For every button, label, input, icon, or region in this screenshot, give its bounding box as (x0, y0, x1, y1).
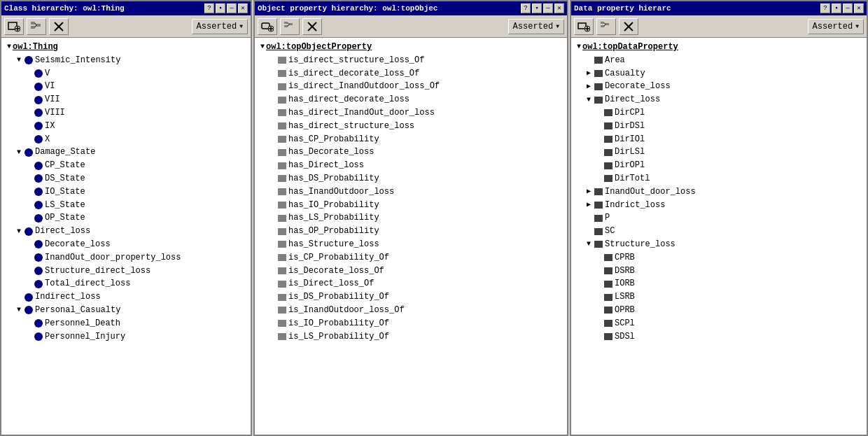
class-min-btn[interactable]: ▪ (216, 3, 225, 13)
tree-toggle[interactable]: ▼ (259, 42, 266, 52)
list-item[interactable]: is_direct_decorate_loss_Of (256, 67, 566, 80)
class-restore-btn[interactable]: — (227, 3, 237, 13)
list-item[interactable]: OPRB (573, 304, 865, 317)
class-asserted-dropdown[interactable]: Asserted ▼ (192, 19, 248, 34)
list-item[interactable]: ▼Damage_State (3, 146, 249, 159)
list-item[interactable]: has_direct_decorate_loss (256, 93, 566, 106)
list-item[interactable]: is_DS_Probability_Of (256, 290, 566, 304)
list-item[interactable]: DirIOl (573, 133, 865, 146)
list-item[interactable]: has_CP_Probability (256, 133, 566, 146)
list-item[interactable]: has_LS_Probability (256, 211, 566, 225)
data-prop-close-icon-btn[interactable] (619, 18, 638, 35)
class-hierarchy-btn[interactable] (27, 18, 46, 35)
list-item[interactable]: ▶InandOut_door_loss (573, 185, 865, 199)
list-item[interactable]: LS_State (3, 199, 249, 212)
list-item[interactable]: has_Structure_loss (256, 238, 566, 251)
class-close-btn[interactable]: ✕ (238, 3, 248, 13)
object-close-btn[interactable]: ✕ (554, 3, 564, 13)
object-restore-btn[interactable]: — (543, 3, 553, 13)
list-item[interactable]: Personnel_Death (3, 317, 249, 330)
data-prop-hierarchy-btn[interactable] (596, 18, 616, 35)
list-item[interactable]: ▼owl:topObjectProperty (256, 41, 566, 54)
list-item[interactable]: ▶Decorate_loss (573, 80, 865, 93)
object-tree-container[interactable]: ▼owl:topObjectPropertyis_direct_structur… (255, 38, 567, 435)
object-help-btn[interactable]: ? (521, 3, 531, 13)
list-item[interactable]: ▶Indrict_loss (573, 199, 865, 212)
list-item[interactable]: has_Decorate_loss (256, 146, 566, 159)
tree-toggle[interactable]: ▶ (585, 200, 592, 210)
object-prop-close-btn[interactable] (302, 18, 322, 35)
list-item[interactable]: Indirect_loss (3, 290, 249, 304)
list-item[interactable]: CPRB (573, 251, 865, 265)
tree-toggle[interactable]: ▼ (585, 95, 592, 105)
tree-toggle[interactable]: ▼ (15, 227, 22, 237)
add-class-btn[interactable] (4, 18, 24, 35)
object-asserted-dropdown[interactable]: Asserted ▼ (508, 19, 564, 34)
data-asserted-dropdown[interactable]: Asserted ▼ (808, 19, 864, 34)
list-item[interactable]: P (573, 211, 865, 225)
list-item[interactable]: has_InandOutdoor_loss (256, 185, 566, 199)
list-item[interactable]: IORB (573, 277, 865, 290)
tree-toggle[interactable]: ▶ (585, 82, 592, 92)
list-item[interactable]: Structure_direct_loss (3, 265, 249, 278)
list-item[interactable]: SCPl (573, 317, 865, 330)
list-item[interactable]: CP_State (3, 159, 249, 172)
list-item[interactable]: DSRB (573, 265, 865, 278)
list-item[interactable]: is_CP_Probability_Of (256, 251, 566, 265)
list-item[interactable]: LSRB (573, 290, 865, 304)
list-item[interactable]: has_IO_Probability (256, 199, 566, 212)
list-item[interactable]: is_Direct_loss_Of (256, 277, 566, 290)
tree-toggle[interactable]: ▼ (15, 305, 22, 315)
list-item[interactable]: VII (3, 93, 249, 106)
data-tree-container[interactable]: ▼owl:topDataPropertyArea▶Casualty▶Decora… (571, 38, 867, 435)
class-close-icon-btn[interactable] (49, 18, 69, 35)
list-item[interactable]: VI (3, 80, 249, 93)
list-item[interactable]: InandOut_door_property_loss (3, 251, 249, 265)
tree-toggle[interactable]: ▶ (585, 187, 592, 197)
list-item[interactable]: VIII (3, 106, 249, 120)
list-item[interactable]: DirCPl (573, 106, 865, 120)
list-item[interactable]: Area (573, 54, 865, 67)
list-item[interactable]: SDSl (573, 330, 865, 344)
list-item[interactable]: DirTotl (573, 172, 865, 185)
list-item[interactable]: IX (3, 120, 249, 133)
class-help-btn[interactable]: ? (204, 3, 214, 13)
list-item[interactable]: Personnel_Injury (3, 330, 249, 344)
data-min-btn[interactable]: ▪ (832, 3, 841, 13)
list-item[interactable]: ▼Seismic_Intensity (3, 54, 249, 67)
tree-toggle[interactable]: ▼ (585, 239, 592, 249)
list-item[interactable]: IO_State (3, 185, 249, 199)
list-item[interactable]: is_direct_InandOutdoor_loss_Of (256, 80, 566, 93)
data-help-btn[interactable]: ? (820, 3, 830, 13)
list-item[interactable]: ▼Personal_Casualty (3, 304, 249, 317)
list-item[interactable]: OP_State (3, 211, 249, 225)
list-item[interactable]: is_Decorate_loss_Of (256, 265, 566, 278)
list-item[interactable]: ▼Direct_loss (573, 93, 865, 106)
object-min-btn[interactable]: ▪ (532, 3, 542, 13)
class-tree-container[interactable]: ▼owl:Thing▼Seismic_IntensityVVIVIIVIIIIX… (1, 38, 251, 435)
list-item[interactable]: X (3, 133, 249, 146)
list-item[interactable]: has_direct_structure_loss (256, 120, 566, 133)
list-item[interactable]: is_InandOutdoor_loss_Of (256, 304, 566, 317)
list-item[interactable]: ▼owl:topDataProperty (573, 41, 865, 54)
list-item[interactable]: ▼Structure_loss (573, 238, 865, 251)
tree-toggle[interactable]: ▼ (15, 55, 22, 65)
tree-toggle[interactable]: ▶ (585, 69, 592, 78)
list-item[interactable]: DirOPl (573, 159, 865, 172)
tree-toggle[interactable]: ▼ (575, 42, 582, 52)
tree-toggle[interactable]: ▼ (6, 42, 13, 52)
data-restore-btn[interactable]: — (843, 3, 853, 13)
list-item[interactable]: is_IO_Probability_Of (256, 317, 566, 330)
list-item[interactable]: Decorate_loss (3, 238, 249, 251)
add-data-prop-btn[interactable] (574, 18, 594, 35)
list-item[interactable]: DS_State (3, 172, 249, 185)
tree-toggle[interactable]: ▼ (15, 148, 22, 157)
list-item[interactable]: SC (573, 225, 865, 238)
list-item[interactable]: DirDSl (573, 120, 865, 133)
data-close-btn[interactable]: ✕ (854, 3, 864, 13)
list-item[interactable]: has_Direct_loss (256, 159, 566, 172)
list-item[interactable]: has_DS_Probability (256, 172, 566, 185)
list-item[interactable]: V (3, 67, 249, 80)
list-item[interactable]: is_direct_structure_loss_Of (256, 54, 566, 67)
add-object-prop-btn[interactable] (258, 18, 277, 35)
